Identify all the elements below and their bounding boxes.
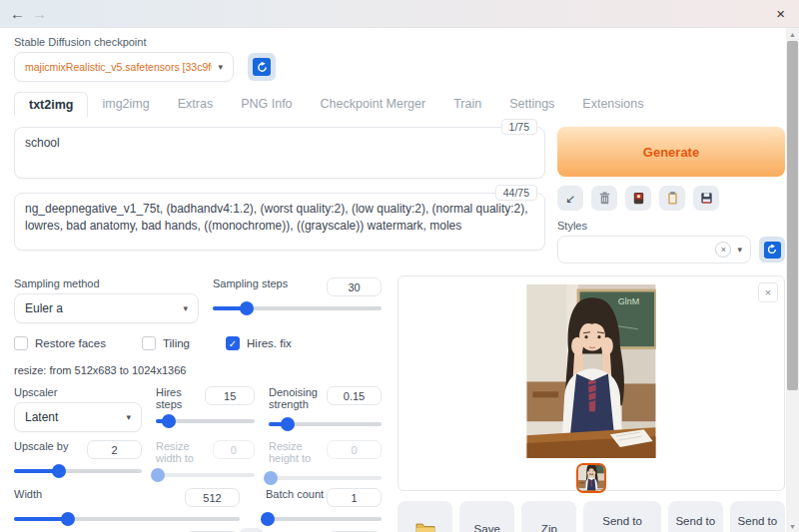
chevron-down-icon: ▾	[737, 245, 742, 255]
titlebar: ← → ×	[0, 0, 799, 28]
window-close-icon[interactable]: ×	[772, 5, 789, 22]
batch-count-input[interactable]: 1	[327, 488, 382, 507]
slider-thumb[interactable]	[61, 512, 75, 526]
slider-thumb	[151, 468, 165, 482]
generate-button[interactable]: Generate	[557, 127, 785, 177]
tab-txt2img[interactable]: txt2img	[14, 92, 88, 117]
sampling-method-value: Euler a	[25, 301, 177, 315]
resize-height-label: Resize height to	[269, 440, 327, 464]
checkpoint-dropdown[interactable]: majicmixRealistic_v5.safetensors [33c9f6…	[14, 52, 234, 82]
hires-steps-label: Hires steps	[156, 386, 205, 410]
gallery-close-icon[interactable]: ×	[758, 282, 778, 302]
main-content: Stable Diffusion checkpoint majicmixReal…	[0, 28, 799, 532]
resize-width-input: 0	[213, 440, 255, 459]
denoising-label: Denoising strength	[269, 386, 327, 410]
sampling-steps-slider[interactable]	[213, 306, 382, 310]
hires-steps-input[interactable]: 15	[205, 386, 255, 405]
swap-dimensions-button[interactable]: ⇅	[240, 528, 264, 532]
checkbox-icon	[142, 336, 156, 350]
scrollbar-up-icon[interactable]: ▲	[786, 28, 799, 40]
prompt-input[interactable]: school	[14, 127, 545, 179]
checkpoint-label: Stable Diffusion checkpoint	[14, 36, 785, 48]
folder-icon	[415, 521, 435, 532]
sampling-method-label: Sampling method	[14, 277, 199, 289]
scrollbar-thumb[interactable]	[787, 41, 798, 390]
open-folder-button[interactable]	[398, 501, 452, 532]
styles-refresh-button[interactable]	[759, 237, 785, 263]
scrollbar-down-icon[interactable]: ▼	[786, 520, 799, 532]
slider-thumb[interactable]	[52, 464, 66, 478]
send-to-img2img-button[interactable]: Send to img2img	[583, 501, 660, 532]
tiling-checkbox[interactable]: Tiling	[142, 336, 190, 350]
apply-styles-button[interactable]	[659, 186, 685, 211]
paste-params-button[interactable]: ↙	[557, 186, 583, 211]
save-button[interactable]: Save	[459, 501, 514, 532]
negative-prompt-input[interactable]: ng_deepnegative_v1_75t, (badhandv4:1.2),…	[14, 193, 545, 251]
resize-height-slider	[269, 476, 382, 480]
tab-extras[interactable]: Extras	[164, 92, 227, 117]
clear-styles-icon[interactable]: ×	[715, 242, 731, 258]
checkbox-icon	[14, 336, 28, 350]
checkbox-checked-icon: ✓	[226, 336, 240, 350]
send-to-extras-button[interactable]: Send to extras	[730, 501, 785, 532]
width-slider[interactable]	[14, 517, 240, 521]
batch-count-label: Batch count	[266, 488, 324, 500]
sampling-steps-input[interactable]: 30	[327, 277, 382, 296]
clear-prompt-button[interactable]	[591, 186, 617, 211]
hires-fix-checkbox[interactable]: ✓ Hires. fix	[226, 336, 292, 350]
thumbnail-image	[578, 465, 604, 491]
tab-extensions[interactable]: Extensions	[568, 92, 657, 117]
upscaler-value: Latent	[25, 410, 120, 424]
refresh-icon	[253, 58, 271, 76]
slider-thumb[interactable]	[261, 512, 275, 526]
chevron-down-icon: ▾	[183, 303, 188, 313]
resize-height-input: 0	[327, 440, 382, 459]
denoising-input[interactable]: 0.15	[327, 386, 382, 405]
floppy-icon	[699, 191, 714, 206]
extra-networks-button[interactable]	[625, 186, 651, 211]
upscaler-dropdown[interactable]: Latent ▾	[14, 402, 142, 432]
trash-icon	[597, 191, 612, 206]
tab-train[interactable]: Train	[439, 92, 495, 117]
checkpoint-refresh-button[interactable]	[248, 53, 276, 81]
upscale-by-slider[interactable]	[14, 469, 142, 473]
chevron-down-icon: ▾	[218, 62, 223, 72]
upscale-by-label: Upscale by	[14, 440, 68, 452]
clipboard-icon	[665, 191, 680, 206]
slider-thumb	[264, 471, 278, 485]
checkpoint-value: majicmixRealistic_v5.safetensors [33c9f6…	[25, 61, 212, 73]
tab-bar: txt2img img2img Extras PNG Info Checkpoi…	[14, 92, 785, 117]
zip-button[interactable]: Zip	[521, 501, 576, 532]
output-gallery: ×	[398, 275, 785, 491]
back-arrow-icon[interactable]: ←	[10, 5, 32, 22]
tab-checkpoint-merger[interactable]: Checkpoint Merger	[307, 92, 440, 117]
denoising-slider[interactable]	[269, 422, 382, 426]
gallery-thumbnail-selected[interactable]	[576, 463, 606, 493]
page-scrollbar[interactable]: ▲ ▼	[786, 28, 799, 532]
paste-arrow-icon: ↙	[565, 192, 575, 206]
restore-faces-checkbox[interactable]: Restore faces	[14, 336, 106, 350]
tab-settings[interactable]: Settings	[495, 92, 568, 117]
sampling-method-dropdown[interactable]: Euler a ▾	[14, 293, 199, 323]
slider-thumb[interactable]	[240, 301, 254, 315]
width-input[interactable]: 512	[185, 488, 240, 507]
generated-image[interactable]	[526, 284, 656, 458]
upscaler-label: Upscaler	[14, 386, 142, 398]
upscale-by-input[interactable]: 2	[87, 440, 142, 459]
tab-img2img[interactable]: img2img	[88, 92, 163, 117]
hires-steps-slider[interactable]	[156, 419, 255, 423]
slider-thumb[interactable]	[162, 414, 176, 428]
forward-arrow-icon[interactable]: →	[32, 5, 54, 22]
batch-count-slider[interactable]	[266, 517, 382, 521]
send-to-inpaint-button[interactable]: Send to inpaint	[668, 501, 723, 532]
styles-dropdown[interactable]: × ▾	[557, 236, 751, 264]
styles-label: Styles	[557, 220, 785, 232]
slider-thumb[interactable]	[281, 417, 295, 431]
negative-prompt-token-counter: 44/75	[495, 185, 537, 201]
prompt-token-counter: 1/75	[501, 119, 537, 135]
resize-width-label: Resize width to	[156, 440, 213, 464]
resize-info-text: resize: from 512x683 to 1024x1366	[14, 364, 382, 376]
save-style-button[interactable]	[693, 186, 719, 211]
chevron-down-icon: ▾	[126, 412, 131, 422]
tab-png-info[interactable]: PNG Info	[227, 92, 306, 117]
